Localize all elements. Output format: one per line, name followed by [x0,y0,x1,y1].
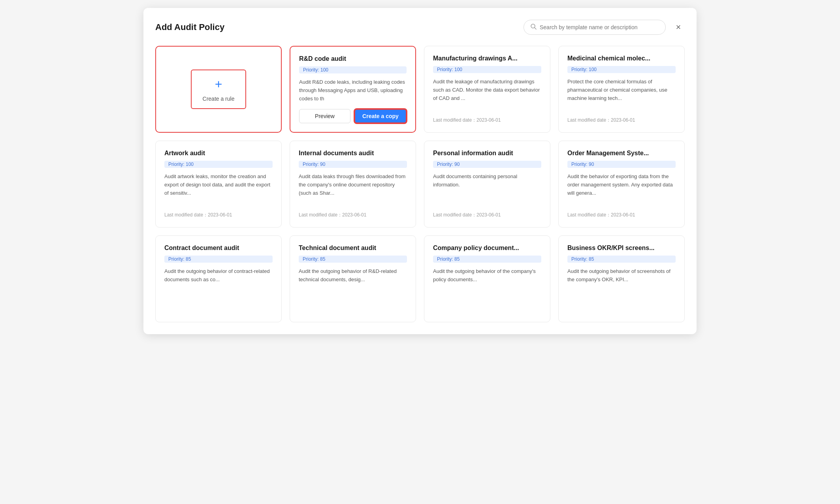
card-description: Audit data leaks through files downloade… [299,173,407,206]
add-audit-policy-modal: Add Audit Policy × + Create a rule [143,8,697,334]
priority-badge: Priority: 90 [567,161,676,168]
card-last-modified: Last modified date：2023-06-01 [433,212,541,218]
search-box[interactable] [524,20,666,35]
card-description: Audit the outgoing behavior of R&D-relat… [299,267,407,313]
modal-title: Add Audit Policy [155,22,224,32]
card-description: Audit the behavior of exporting data fro… [567,173,676,206]
card-title: Contract document audit [164,244,273,252]
cards-grid: + Create a rule R&D code audit Priority:… [155,46,685,322]
card-title: Technical document audit [299,244,407,252]
card-rd-code-audit: R&D code audit Priority: 100 Audit R&D c… [290,46,416,133]
priority-badge: Priority: 90 [299,161,407,168]
priority-badge: Priority: 85 [567,256,676,263]
create-plus-icon: + [215,77,222,92]
card-description: Protect the core chemical formulas of ph… [567,78,676,111]
create-rule-inner: + Create a rule [191,70,246,109]
card-manufacturing-drawings[interactable]: Manufacturing drawings A... Priority: 10… [424,46,550,133]
modal-header: Add Audit Policy × [155,20,685,35]
card-medicinal-chemical[interactable]: Medicinal chemical molec... Priority: 10… [558,46,685,133]
card-actions: Preview Create a copy [299,109,407,123]
card-title: Business OKR/KPI screens... [567,244,676,252]
priority-badge: Priority: 100 [433,66,541,73]
card-personal-information[interactable]: Personal information audit Priority: 90 … [424,141,550,228]
create-rule-card[interactable]: + Create a rule [155,46,282,133]
card-title: Order Management Syste... [567,150,676,157]
card-last-modified: Last modified date：2023-06-01 [299,212,407,218]
card-technical-document[interactable]: Technical document audit Priority: 85 Au… [290,235,416,322]
card-last-modified: Last modified date：2023-06-01 [567,212,676,218]
priority-badge: Priority: 100 [567,66,676,73]
priority-badge: Priority: 90 [433,161,541,168]
preview-button[interactable]: Preview [299,109,350,123]
card-description: Audit R&D code leaks, including leaking … [299,78,407,103]
search-input[interactable] [540,24,659,30]
card-title: Internal documents audit [299,150,407,157]
card-order-management[interactable]: Order Management Syste... Priority: 90 A… [558,141,685,228]
card-title: Personal information audit [433,150,541,157]
card-description: Audit the outgoing behavior of the compa… [433,267,541,313]
card-title: R&D code audit [299,55,407,62]
close-button[interactable]: × [672,21,685,34]
priority-badge: Priority: 100 [164,161,273,168]
card-description: Audit the outgoing behavior of screensho… [567,267,676,313]
card-artwork-audit[interactable]: Artwork audit Priority: 100 Audit artwor… [155,141,282,228]
card-last-modified: Last modified date：2023-06-01 [164,212,273,218]
header-right: × [524,20,685,35]
card-title: Artwork audit [164,150,273,157]
card-business-okr[interactable]: Business OKR/KPI screens... Priority: 85… [558,235,685,322]
card-company-policy[interactable]: Company policy document... Priority: 85 … [424,235,550,322]
card-description: Audit the outgoing behavior of contract-… [164,267,273,313]
card-title: Company policy document... [433,244,541,252]
priority-badge: Priority: 100 [299,66,407,73]
svg-line-1 [535,28,536,29]
create-rule-label: Create a rule [203,96,235,102]
card-description: Audit documents containing personal info… [433,173,541,206]
card-title: Medicinal chemical molec... [567,55,676,62]
priority-badge: Priority: 85 [299,256,407,263]
priority-badge: Priority: 85 [164,256,273,263]
create-copy-button[interactable]: Create a copy [354,109,407,123]
card-last-modified: Last modified date：2023-06-01 [433,117,541,124]
card-description: Audit artwork leaks, monitor the creatio… [164,173,273,206]
card-contract-document[interactable]: Contract document audit Priority: 85 Aud… [155,235,282,322]
card-description: Audit the leakage of manufacturing drawi… [433,78,541,111]
search-icon [530,23,537,31]
card-internal-documents[interactable]: Internal documents audit Priority: 90 Au… [290,141,416,228]
card-last-modified: Last modified date：2023-06-01 [567,117,676,124]
priority-badge: Priority: 85 [433,256,541,263]
card-title: Manufacturing drawings A... [433,55,541,62]
